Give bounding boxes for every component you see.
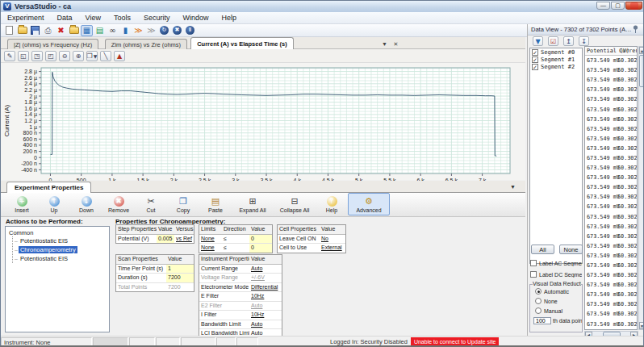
- paste-button[interactable]: ▤Paste: [199, 193, 232, 215]
- table-row[interactable]: 673.549 mV50.302: [585, 202, 637, 211]
- table-row[interactable]: 673.549 mV50.302: [585, 182, 637, 192]
- property-cell[interactable]: 1: [166, 265, 194, 274]
- table-vertical-scrollbar[interactable]: ▲ ▼: [638, 46, 644, 330]
- column-header-potential[interactable]: Potential (V): [585, 47, 617, 55]
- down-button[interactable]: ↓Down: [70, 193, 102, 215]
- current-vs-time-chart[interactable]: 05001 k1.5 k2 k2.5 k3 k3.5 k4 k4.5 k5 k5…: [1, 63, 525, 181]
- pin-icon[interactable]: [633, 25, 638, 35]
- table-row[interactable]: 673.549 mV50.302: [585, 104, 637, 114]
- chart-tab-1[interactable]: Zim (ohms) vs Zre (ohms): [105, 39, 187, 49]
- menu-security[interactable]: Security: [137, 14, 177, 22]
- zoom-out-button[interactable]: ⊖: [59, 51, 70, 61]
- vdr-radio-automatic[interactable]: Automatic: [535, 288, 582, 295]
- table-row[interactable]: 673.549 mV50.302: [585, 299, 637, 309]
- remove-button[interactable]: ✖Remove: [102, 193, 135, 215]
- table-row[interactable]: 673.549 mV50.302: [585, 261, 637, 270]
- checkbox-icon[interactable]: ✓: [532, 64, 538, 70]
- tab-dropdown-button[interactable]: ▼: [380, 40, 389, 48]
- data-table[interactable]: Potential (V) Current 673.549 mV50.30267…: [584, 46, 638, 330]
- property-cell[interactable]: 7200: [166, 274, 194, 282]
- property-cell[interactable]: Differential: [249, 283, 282, 292]
- property-cell[interactable]: 0: [249, 235, 272, 244]
- collapse-all-button[interactable]: ⊟Collapse All: [274, 193, 316, 215]
- marker-tool-button[interactable]: ▲: [114, 51, 125, 61]
- tree-item-1[interactable]: –Chronoamperometry: [13, 245, 109, 254]
- copy-chart-button[interactable]: ❐▼: [86, 51, 98, 61]
- table-row[interactable]: 673.549 mV50.302: [585, 222, 637, 232]
- cut-button[interactable]: ✂Cut: [135, 193, 167, 215]
- tab-close-button[interactable]: ✕: [391, 40, 400, 48]
- expand-all-button[interactable]: ⊞Expand All: [232, 193, 274, 215]
- property-cell[interactable]: None: [199, 235, 222, 244]
- menu-tools[interactable]: Tools: [107, 14, 137, 22]
- line-tool-button[interactable]: ╲: [100, 51, 111, 61]
- table-row[interactable]: 673.549 mV50.302: [585, 75, 637, 85]
- table-row[interactable]: 673.549 mV50.302: [585, 320, 637, 329]
- property-cell[interactable]: 10Hz: [249, 292, 282, 301]
- vdr-radio-none[interactable]: None: [535, 298, 582, 304]
- table-row[interactable]: 673.549 mV50.302: [585, 153, 637, 163]
- stop-button[interactable]: ✖: [171, 25, 183, 36]
- table-row[interactable]: 673.549 mV50.302: [585, 94, 637, 104]
- label-ac-segments-checkbox[interactable]: Label AC Segments: [530, 260, 582, 266]
- edit-chart-button[interactable]: ✎: [4, 51, 15, 61]
- maximize-button[interactable]: ▢: [611, 2, 625, 10]
- copy-button[interactable]: ❐Copy: [167, 193, 199, 215]
- tree-item-2[interactable]: –Potentiostatic EIS: [13, 254, 109, 263]
- minimize-button[interactable]: —: [596, 2, 610, 10]
- advanced-button[interactable]: ⚙Advanced: [348, 193, 390, 215]
- chart-tab-0[interactable]: |Z| (ohms) vs Frequency (Hz): [7, 39, 98, 49]
- table-row[interactable]: 673.549 mV50.302: [585, 270, 637, 280]
- table-row[interactable]: 673.549 mV50.302: [585, 144, 637, 153]
- chart-tab-2[interactable]: Current (A) vs Elapsed Time (s): [190, 37, 294, 49]
- scroll-down-arrow-icon[interactable]: ▼: [639, 322, 644, 329]
- table-row[interactable]: 673.549 mV50.302: [585, 280, 637, 290]
- panel-button[interactable]: ▮: [119, 25, 132, 36]
- data-view-toggle-button[interactable]: ▦: [81, 25, 93, 36]
- pause-button[interactable]: Ⅱ: [184, 25, 196, 36]
- table-row[interactable]: 673.549 mV50.302: [585, 124, 637, 134]
- menu-window[interactable]: Window: [176, 14, 215, 22]
- up-button[interactable]: ↑Up: [38, 193, 70, 215]
- advance-button[interactable]: ≫: [132, 25, 144, 36]
- table-row[interactable]: 673.549 mV50.302: [585, 309, 637, 319]
- property-cell[interactable]: Auto: [249, 265, 282, 274]
- property-cell[interactable]: Auto: [249, 320, 282, 329]
- scrollbar-thumb[interactable]: [639, 55, 644, 87]
- update-error-badge[interactable]: Unable to connect to Update site: [411, 337, 500, 347]
- property-cell[interactable]: No: [320, 235, 345, 244]
- edit-data-button[interactable]: ☑: [548, 36, 558, 46]
- tree-root-common[interactable]: Common: [9, 229, 109, 236]
- segment-item-2[interactable]: ✓Segment #2: [530, 63, 582, 70]
- filter-button[interactable]: ▼: [533, 36, 543, 46]
- menu-experiment[interactable]: Experiment: [1, 14, 51, 22]
- data-reduction-input[interactable]: [533, 317, 551, 324]
- segment-item-1[interactable]: ✓Segment #1: [530, 56, 582, 63]
- axis-auto-button[interactable]: ◰: [45, 51, 56, 61]
- help-button[interactable]: ?Help: [316, 193, 348, 215]
- insert-button[interactable]: +Insert: [6, 193, 38, 215]
- segment-item-0[interactable]: ✓Segment #0: [530, 48, 582, 56]
- tree-item-0[interactable]: –Potentiostatic EIS: [13, 236, 109, 245]
- dropdown-arrow-icon[interactable]: ▼: [94, 53, 98, 59]
- all-button[interactable]: All: [531, 245, 554, 254]
- property-cell[interactable]: 0.005: [157, 235, 174, 244]
- property-cell[interactable]: External: [320, 244, 345, 253]
- table-row[interactable]: 673.549 mV50.302: [585, 232, 637, 241]
- experiment-properties-tab[interactable]: Experiment Properties: [6, 182, 91, 193]
- none-button[interactable]: None: [559, 245, 583, 254]
- table-row[interactable]: 673.549 mV50.302: [585, 241, 637, 251]
- table-row[interactable]: 673.549 mV50.302: [585, 85, 637, 94]
- menu-data[interactable]: Data: [51, 14, 79, 22]
- print-button[interactable]: ⎙: [42, 25, 54, 36]
- table-row[interactable]: 673.549 mV50.302: [585, 212, 637, 222]
- scroll-up-arrow-icon[interactable]: ▲: [639, 47, 644, 54]
- save-button[interactable]: [29, 25, 41, 36]
- open-button[interactable]: [16, 25, 28, 36]
- browse-button[interactable]: [68, 25, 80, 36]
- panel-dropdown-icon[interactable]: ▼: [510, 184, 516, 190]
- menu-view[interactable]: View: [79, 14, 107, 22]
- run-button[interactable]: ↻: [158, 25, 170, 36]
- table-row[interactable]: 673.549 mV50.302: [585, 56, 637, 65]
- zoom-in-button[interactable]: ⊕: [73, 51, 84, 61]
